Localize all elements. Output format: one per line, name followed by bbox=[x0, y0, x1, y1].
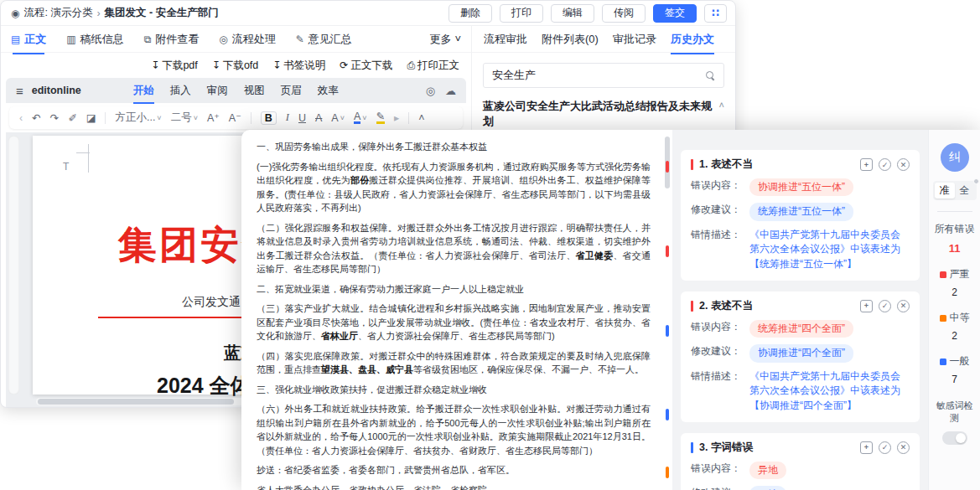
print-button[interactable]: 打印 bbox=[500, 4, 543, 23]
italic-icon[interactable]: I bbox=[286, 111, 289, 124]
error-card[interactable]: 3. 字词错误+✓✕错误内容：异地修改建议：易地错情描述：《现代汉语规范词典》第… bbox=[681, 433, 920, 490]
underline-icon[interactable]: U bbox=[298, 112, 306, 124]
mode-accurate-option[interactable]: 准 bbox=[935, 183, 955, 199]
dismiss-icon[interactable]: ✕ bbox=[897, 441, 910, 454]
error-card[interactable]: 2. 表述不当+✓✕错误内容：统筹推进“四个全面”修改建议：协调推进“四个全面”… bbox=[681, 291, 920, 422]
decrease-font-icon[interactable]: A⁻ bbox=[229, 111, 241, 124]
apply-correction-icon[interactable]: + bbox=[860, 300, 873, 312]
chevron-up-icon[interactable]: ˄ bbox=[719, 99, 724, 111]
hamburger-menu-icon[interactable]: ≡ bbox=[16, 84, 23, 98]
accept-icon[interactable]: ✓ bbox=[879, 300, 891, 312]
circulate-button[interactable]: 传阅 bbox=[602, 4, 646, 23]
proofread-document-text[interactable]: 一、巩固劳务输出成果，保障外出务工搬迁群众基本权益(一)强化劳务输出组织化程度。… bbox=[241, 130, 662, 490]
undo-icon[interactable]: ↶ bbox=[32, 111, 40, 124]
breadcrumb: ◉ 流程: 演示分类 › 集团发文 - 安全生产部门 bbox=[11, 6, 219, 20]
row-label: 修改建议： bbox=[691, 486, 749, 490]
strikethrough-icon[interactable]: A bbox=[315, 112, 322, 124]
more-tabs-button[interactable]: 更多 ˅ bbox=[429, 32, 461, 47]
accept-icon[interactable]: ✓ bbox=[879, 158, 891, 171]
dismiss-icon[interactable]: ✕ bbox=[897, 158, 910, 171]
document-scrollbar[interactable] bbox=[662, 130, 672, 490]
header-actions: 删除 打印 编辑 传阅 签交 ∷ bbox=[441, 4, 727, 23]
editor-menu-header[interactable]: 页眉 bbox=[281, 84, 302, 98]
tab-process-approval[interactable]: 流程审批 bbox=[484, 32, 527, 47]
editor-menu-insert[interactable]: 插入 bbox=[170, 84, 191, 98]
row-label: 错误内容： bbox=[691, 320, 749, 334]
font-size-select[interactable]: 二号˅ bbox=[171, 111, 198, 125]
error-position-marker[interactable] bbox=[666, 161, 669, 173]
severity-medium[interactable]: 中等 2 bbox=[940, 311, 970, 342]
error-content-pill: 协调推进“五位一体” bbox=[749, 178, 853, 196]
format-painter-icon[interactable]: ✐ bbox=[68, 111, 76, 124]
bookmark-note-button[interactable]: ↧ 书签说明 bbox=[272, 59, 325, 73]
document-paragraph: 抄送：省纪委省监委，省委各部门，武警贵州省总队，省军区。 bbox=[257, 463, 651, 477]
severity-severe[interactable]: 严重 2 bbox=[940, 267, 970, 298]
error-description-link[interactable]: 《中国共产党第十九届中央委员会第六次全体会议公报》中该表述为【协调推进“四个全面… bbox=[749, 369, 910, 413]
cloud-icon[interactable]: ☁ bbox=[445, 85, 456, 97]
font-family-select[interactable]: 方正小...˅ bbox=[115, 111, 161, 125]
proofread-sidebar: 纠 准 全 所有错误 11 严重 2 中等 2 一般 7 敏感词检测 bbox=[928, 130, 980, 490]
dismiss-icon[interactable]: ✕ bbox=[897, 300, 910, 312]
redo-icon[interactable]: ↷ bbox=[50, 111, 59, 124]
print-body-button[interactable]: ⎙ 打印正文 bbox=[407, 59, 459, 73]
tab-history-documents[interactable]: 历史办文 bbox=[671, 32, 714, 47]
tab-draft-info[interactable]: ▥ 稿纸信息 bbox=[66, 32, 123, 47]
collapse-toolbar-icon[interactable]: ˄ bbox=[418, 112, 424, 124]
submit-button[interactable]: 签交 bbox=[653, 4, 697, 23]
tab-attachment-list[interactable]: 附件列表(0) bbox=[542, 32, 599, 47]
font-color-icon[interactable]: A˅ bbox=[354, 111, 367, 125]
tab-process-handle[interactable]: ◎ 流程处理 bbox=[219, 32, 275, 47]
body-download-button[interactable]: ⟳ 正文下载 bbox=[340, 59, 392, 73]
row-label: 错误内容： bbox=[691, 178, 749, 193]
editor-menu-review[interactable]: 审阅 bbox=[207, 84, 228, 98]
edit-button[interactable]: 编辑 bbox=[551, 4, 594, 23]
sensitive-word-toggle[interactable] bbox=[942, 431, 967, 445]
breadcrumb-separator-icon: › bbox=[96, 8, 100, 19]
apply-correction-icon[interactable]: + bbox=[860, 158, 873, 171]
accept-icon[interactable]: ✓ bbox=[879, 441, 891, 454]
apply-correction-icon[interactable]: + bbox=[860, 441, 873, 454]
opinion-icon: ✎ bbox=[296, 34, 304, 45]
card-row-suggestion: 修改建议：易地 bbox=[691, 486, 910, 490]
highlight-color-icon[interactable]: ✎ bbox=[376, 111, 385, 125]
tab-approval-records[interactable]: 审批记录 bbox=[613, 32, 656, 47]
text-style-select[interactable]: A˅ bbox=[331, 112, 345, 124]
error-position-marker[interactable] bbox=[666, 409, 669, 420]
back-icon[interactable]: ‹ bbox=[19, 112, 23, 124]
card-row-error-content: 错误内容：协调推进“五位一体” bbox=[691, 178, 910, 196]
paper-icon: ▥ bbox=[66, 34, 75, 45]
delete-button[interactable]: 删除 bbox=[449, 4, 492, 23]
error-card[interactable]: 1. 表述不当+✓✕错误内容：协调推进“五位一体”修改建议：统筹推进“五位一体”… bbox=[681, 150, 920, 281]
toolbar-overflow-icon[interactable]: ▸ bbox=[394, 111, 399, 124]
increase-font-icon[interactable]: A⁺ bbox=[207, 111, 220, 124]
scrollbar-thumb[interactable] bbox=[38, 399, 234, 405]
suggestion-pill: 协调推进“四个全面” bbox=[749, 344, 853, 362]
tab-body-text[interactable]: ▤ 正文 bbox=[11, 32, 46, 47]
severity-general[interactable]: 一般 7 bbox=[940, 354, 970, 385]
chevron-down-icon: ˅ bbox=[157, 114, 161, 122]
support-icon[interactable]: ◎ bbox=[426, 85, 435, 97]
history-result-title[interactable]: 蓝凌公司安全生产大比武活动总结报告及未来规划 ˄ bbox=[483, 99, 724, 129]
bold-icon[interactable]: B bbox=[261, 111, 277, 125]
error-position-marker[interactable] bbox=[666, 245, 669, 257]
eraser-icon[interactable]: ◪ bbox=[86, 111, 96, 124]
tab-opinion-summary[interactable]: ✎ 意见汇总 bbox=[296, 32, 352, 47]
error-card-header: 1. 表述不当+✓✕ bbox=[691, 157, 910, 172]
severity-bar bbox=[691, 159, 693, 170]
card-row-error-content: 错误内容：统筹推进“四个全面” bbox=[691, 320, 910, 338]
download-pdf-button[interactable]: ↧ 下载pdf bbox=[151, 59, 197, 73]
error-position-marker[interactable] bbox=[666, 325, 669, 337]
search-icon[interactable] bbox=[706, 71, 715, 80]
error-card-title: 3. 字词错误 bbox=[699, 441, 753, 455]
proofread-badge-button[interactable]: 纠 bbox=[941, 143, 969, 172]
error-position-marker[interactable] bbox=[666, 467, 669, 478]
editor-menu-start[interactable]: 开始 bbox=[133, 84, 154, 98]
download-ofd-button[interactable]: ↧ 下载ofd bbox=[212, 59, 258, 73]
history-search-input[interactable]: 安全生产 bbox=[483, 63, 724, 88]
mode-full-option[interactable]: 全 bbox=[955, 183, 975, 199]
editor-menu-view[interactable]: 视图 bbox=[244, 84, 265, 98]
grid-apps-icon[interactable]: ∷ bbox=[704, 4, 727, 23]
editor-menu-efficiency[interactable]: 效率 bbox=[318, 84, 339, 98]
tab-attachment-view[interactable]: ⧉ 附件查看 bbox=[144, 32, 200, 47]
error-description-link[interactable]: 《中国共产党第十九届中央委员会第六次全体会议公报》中该表述为【统筹推进“五位一体… bbox=[749, 228, 910, 271]
